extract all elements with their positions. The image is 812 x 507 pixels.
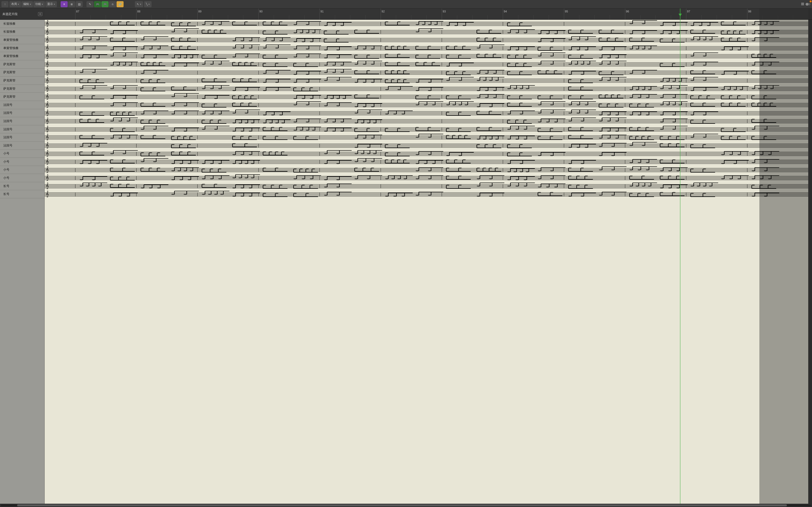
- svg-point-578: [147, 62, 150, 63]
- track-row[interactable]: 小号: [0, 166, 44, 174]
- svg-point-2413: [568, 196, 572, 196]
- horizontal-scrollbar[interactable]: [0, 504, 812, 507]
- track-row[interactable]: 单簧管独奏: [0, 52, 44, 60]
- ruler[interactable]: 87888990919293949596979899: [45, 8, 808, 19]
- view-page[interactable]: ▤: [75, 1, 83, 7]
- svg-point-1726: [171, 144, 174, 145]
- svg-point-2077: [580, 168, 584, 168]
- svg-point-955: [519, 88, 523, 89]
- track-row[interactable]: 长号: [0, 190, 44, 199]
- track-row[interactable]: 法国号: [0, 109, 44, 117]
- svg-point-1738: [355, 147, 358, 148]
- tool-link[interactable]: 🔗: [116, 1, 123, 7]
- svg-point-1016: [171, 97, 174, 97]
- chevron-down-icon: ▾: [140, 3, 141, 5]
- vertical-zoom-icon[interactable]: [801, 3, 804, 6]
- score-playhead[interactable]: [680, 20, 680, 504]
- tool-inspect[interactable]: ⎋: [109, 1, 116, 7]
- playhead[interactable]: [680, 8, 680, 19]
- svg-point-1042: [324, 98, 327, 99]
- track-row[interactable]: 法国号: [0, 125, 44, 133]
- svg-point-100: [752, 24, 755, 25]
- svg-point-2130: [210, 179, 213, 179]
- svg-point-1174: [432, 105, 435, 105]
- scroll-thumb[interactable]: [17, 504, 787, 506]
- track-row[interactable]: 单簧管独奏: [0, 36, 44, 44]
- svg-point-266: [310, 42, 313, 42]
- svg-point-208: [721, 31, 724, 31]
- svg-point-2285: [446, 185, 450, 185]
- svg-point-699: [153, 73, 156, 74]
- track-row[interactable]: 法国号: [0, 101, 44, 109]
- svg-point-570: [122, 65, 126, 65]
- svg-point-2116: [118, 177, 122, 177]
- toolbar: ↑ 布局 ▾编辑 ▾功能 ▾显示 ▾ ≡≣▤ ✎🎮🎮⎋🔗 ↖▾ ╲▾: [0, 0, 812, 8]
- up-button[interactable]: ↑: [1, 1, 8, 7]
- svg-point-1772: [629, 145, 633, 146]
- svg-point-389: [403, 46, 407, 47]
- svg-point-152: [355, 30, 358, 30]
- svg-point-2131: [218, 179, 221, 179]
- track-row[interactable]: 小号: [0, 174, 44, 182]
- svg-point-124: [202, 30, 205, 30]
- svg-point-484: [245, 57, 248, 58]
- view-menu[interactable]: 显示 ▾: [45, 1, 57, 7]
- view-linear[interactable]: ≡: [61, 1, 68, 7]
- svg-point-2145: [294, 179, 297, 179]
- edit-menu[interactable]: 编辑 ▾: [21, 1, 33, 7]
- score-area[interactable]: 𝄞𝄞𝄞𝄞𝄞𝄞𝄞𝄞𝄞𝄞𝄞𝄞𝄞𝄞𝄞𝄞𝄞𝄞𝄞𝄞𝄞𝄞: [45, 20, 808, 504]
- svg-point-259: [279, 41, 283, 41]
- ruler-label: 94: [504, 10, 507, 13]
- svg-point-2274: [302, 185, 305, 185]
- layout-menu[interactable]: 布局 ▾: [9, 1, 21, 7]
- pointer-tool[interactable]: ↖▾: [135, 1, 143, 7]
- scroll-gutter[interactable]: [808, 20, 812, 504]
- tool-midi-out[interactable]: 🎮: [101, 1, 109, 7]
- track-row[interactable]: 小号: [0, 150, 44, 158]
- tool-pen[interactable]: ✎: [87, 1, 94, 7]
- track-row[interactable]: 小号: [0, 158, 44, 166]
- svg-point-669: [599, 64, 602, 64]
- catch-toggle[interactable]: [805, 3, 811, 5]
- svg-point-472: [190, 58, 193, 58]
- svg-point-2137: [239, 178, 242, 178]
- track-row[interactable]: 长笛独奏: [0, 28, 44, 36]
- svg-point-662: [580, 64, 584, 64]
- track-name: 单簧管独奏: [3, 54, 18, 58]
- svg-point-141: [312, 33, 315, 33]
- svg-point-503: [355, 55, 358, 56]
- svg-point-781: [733, 74, 737, 75]
- functions-menu[interactable]: 功能 ▾: [33, 1, 45, 7]
- collapse-icon[interactable]: ⊟: [38, 12, 42, 16]
- track-row[interactable]: 萨克斯管: [0, 60, 44, 68]
- track-name: 长笛独奏: [3, 30, 15, 34]
- view-wrap[interactable]: ≣: [68, 1, 75, 7]
- track-row[interactable]: 萨克斯管: [0, 85, 44, 93]
- ruler-label: 87: [76, 10, 79, 13]
- track-row[interactable]: 法国号: [0, 117, 44, 125]
- svg-point-276: [477, 38, 480, 39]
- track-row[interactable]: 萨克斯管: [0, 76, 44, 85]
- svg-point-186: [599, 30, 602, 30]
- track-row[interactable]: 法国号: [0, 133, 44, 142]
- tool-midi-in[interactable]: 🎮: [94, 1, 101, 7]
- svg-point-119: [171, 32, 174, 32]
- svg-point-323: [737, 38, 741, 39]
- line-tool[interactable]: ╲▾: [144, 1, 152, 7]
- svg-point-970: [648, 89, 651, 90]
- svg-point-1219: [646, 104, 649, 104]
- track-row[interactable]: 萨克斯管: [0, 68, 44, 77]
- svg-point-1695: [660, 136, 663, 137]
- svg-point-1814: [241, 154, 244, 155]
- svg-point-919: [233, 90, 236, 91]
- track-row[interactable]: 萨克斯管: [0, 93, 44, 101]
- svg-point-929: [294, 87, 297, 88]
- svg-point-2286: [458, 185, 462, 185]
- svg-point-499: [336, 58, 340, 58]
- track-row[interactable]: 长笛独奏: [0, 20, 44, 28]
- track-row[interactable]: 法国号: [0, 142, 44, 150]
- track-row[interactable]: 长号: [0, 182, 44, 190]
- svg-point-2177: [458, 176, 462, 176]
- svg-point-1703: [703, 137, 706, 138]
- track-row[interactable]: 单簧管独奏: [0, 44, 44, 52]
